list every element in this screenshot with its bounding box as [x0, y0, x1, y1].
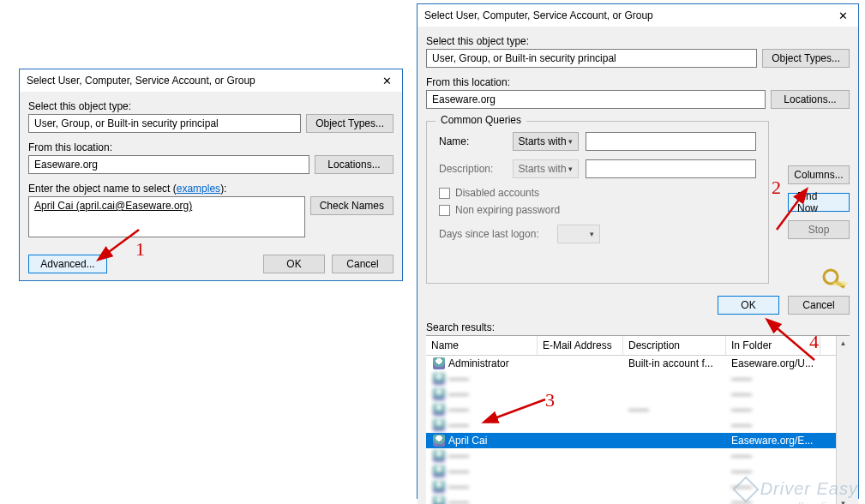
query-desc-mode-value: Starts with — [519, 163, 567, 175]
svg-point-2 — [832, 281, 848, 286]
query-desc-input[interactable] — [586, 159, 756, 178]
table-cell: —— — [726, 465, 820, 477]
table-cell: —— — [726, 450, 820, 462]
days-since-logon-select: ▾ — [557, 225, 600, 243]
dialog-title: Select User, Computer, Service Account, … — [27, 75, 255, 87]
table-row[interactable]: ———— — [426, 448, 850, 464]
query-name-label: Name: — [439, 135, 506, 147]
close-icon[interactable]: ✕ — [378, 75, 395, 87]
table-cell: —— — [726, 496, 820, 504]
ok-button[interactable]: OK — [263, 255, 325, 273]
person-icon — [433, 481, 445, 493]
table-cell: Built-in account f... — [623, 357, 726, 369]
common-queries-group: Common Queries Name: Starts with ▾ Descr… — [426, 121, 769, 284]
dialog-advanced: Select User, Computer, Service Account, … — [417, 3, 859, 499]
location-field[interactable]: Easeware.org — [426, 90, 766, 109]
table-cell: April Cai — [426, 435, 538, 447]
dialog-title: Select User, Computer, Service Account, … — [424, 9, 653, 21]
cancel-button[interactable]: Cancel — [332, 255, 393, 273]
col-email[interactable]: E-Mail Address — [538, 336, 623, 355]
examples-link[interactable]: examples — [177, 183, 220, 195]
titlebar: Select User, Computer, Service Account, … — [417, 4, 858, 27]
chevron-down-icon: ▾ — [568, 137, 573, 146]
checkbox-icon — [439, 188, 450, 199]
dialog-basic: Select User, Computer, Service Account, … — [19, 69, 403, 281]
query-name-mode-value: Starts with — [519, 135, 567, 147]
side-buttons: Columns... Find Now Stop — [788, 165, 850, 289]
table-cell: —— — [426, 450, 538, 463]
table-cell: —— — [623, 404, 726, 416]
label-location: From this location: — [426, 76, 850, 88]
person-icon — [433, 450, 445, 462]
listview-header: Name E-Mail Address Description In Folde… — [426, 336, 850, 356]
object-type-field[interactable]: User, Group, or Built-in security princi… — [28, 114, 301, 133]
location-field[interactable]: Easeware.org — [28, 155, 309, 174]
disabled-accounts-checkbox[interactable]: Disabled accounts — [439, 187, 756, 199]
col-name[interactable]: Name — [426, 336, 538, 355]
query-desc-mode-select: Starts with ▾ — [513, 159, 580, 178]
ok-button[interactable]: OK — [718, 296, 779, 315]
table-row[interactable]: ———— — [426, 371, 850, 387]
label-enter-name-prefix: Enter the object name to select ( — [28, 183, 177, 195]
search-results-label: Search results: — [426, 321, 850, 333]
table-row[interactable]: —————— — [426, 402, 850, 417]
person-icon — [433, 435, 445, 447]
table-cell: Easeware.org/U... — [726, 357, 820, 369]
table-cell: Easeware.org/E... — [726, 435, 820, 447]
object-type-field[interactable]: User, Group, or Built-in security princi… — [426, 49, 757, 68]
table-cell: —— — [426, 388, 538, 401]
scroll-up-icon[interactable]: ▲ — [837, 336, 850, 350]
cancel-button[interactable]: Cancel — [788, 296, 850, 315]
titlebar: Select User, Computer, Service Account, … — [20, 69, 402, 92]
magnifier-icon — [819, 265, 850, 289]
table-cell: —— — [426, 481, 538, 494]
nonexpire-checkbox[interactable]: Non expiring password — [439, 204, 756, 216]
object-name-field[interactable]: April Cai (april.cai@Easeware.org) — [28, 196, 305, 237]
table-row[interactable]: AdministratorBuilt-in account f...Easewa… — [426, 356, 850, 371]
query-name-input[interactable] — [586, 132, 756, 151]
label-object-type: Select this object type: — [28, 100, 393, 112]
chevron-down-icon: ▾ — [590, 230, 594, 238]
table-row[interactable]: ———— — [426, 479, 850, 495]
table-cell: —— — [726, 388, 820, 400]
table-row[interactable]: ———— — [426, 387, 850, 402]
scroll-down-icon[interactable]: ▼ — [837, 496, 850, 504]
table-cell: —— — [426, 496, 538, 504]
table-row[interactable]: April CaiEaseware.org/E... — [426, 433, 850, 448]
object-types-button[interactable]: Object Types... — [306, 114, 393, 133]
disabled-accounts-label: Disabled accounts — [455, 187, 539, 199]
table-cell: —— — [426, 465, 538, 478]
person-icon — [433, 388, 445, 400]
col-folder[interactable]: In Folder — [726, 336, 820, 355]
search-results-listview[interactable]: Name E-Mail Address Description In Folde… — [426, 335, 850, 504]
person-icon — [433, 373, 445, 385]
table-row[interactable]: ———— — [426, 417, 850, 433]
object-types-button[interactable]: Object Types... — [762, 49, 850, 68]
table-cell: Administrator — [426, 357, 538, 370]
col-description[interactable]: Description — [623, 336, 726, 355]
table-row[interactable]: ———— — [426, 464, 850, 479]
table-cell: —— — [426, 404, 538, 417]
table-cell: —— — [726, 404, 820, 416]
dialog-body: Select this object type: User, Group, or… — [417, 27, 858, 504]
table-cell: —— — [726, 419, 820, 431]
person-icon — [433, 357, 445, 369]
query-name-mode-select[interactable]: Starts with ▾ — [513, 132, 580, 151]
check-names-button[interactable]: Check Names — [310, 196, 393, 215]
stop-button: Stop — [788, 220, 850, 239]
table-row[interactable]: ———— — [426, 495, 850, 504]
label-enter-name-suffix: ): — [220, 183, 226, 195]
person-icon — [433, 419, 445, 431]
checkbox-icon — [439, 205, 450, 216]
label-enter-name: Enter the object name to select (example… — [28, 183, 393, 195]
table-cell: —— — [426, 373, 538, 386]
locations-button[interactable]: Locations... — [771, 90, 850, 109]
locations-button[interactable]: Locations... — [315, 155, 393, 174]
advanced-button[interactable]: Advanced... — [28, 255, 107, 273]
columns-button[interactable]: Columns... — [788, 165, 850, 184]
find-now-button[interactable]: Find Now — [788, 193, 850, 212]
table-cell: —— — [426, 419, 538, 432]
close-icon[interactable]: ✕ — [834, 10, 851, 21]
listview-scrollbar[interactable]: ▲ ▼ — [836, 336, 850, 504]
query-desc-label: Description: — [439, 163, 506, 175]
